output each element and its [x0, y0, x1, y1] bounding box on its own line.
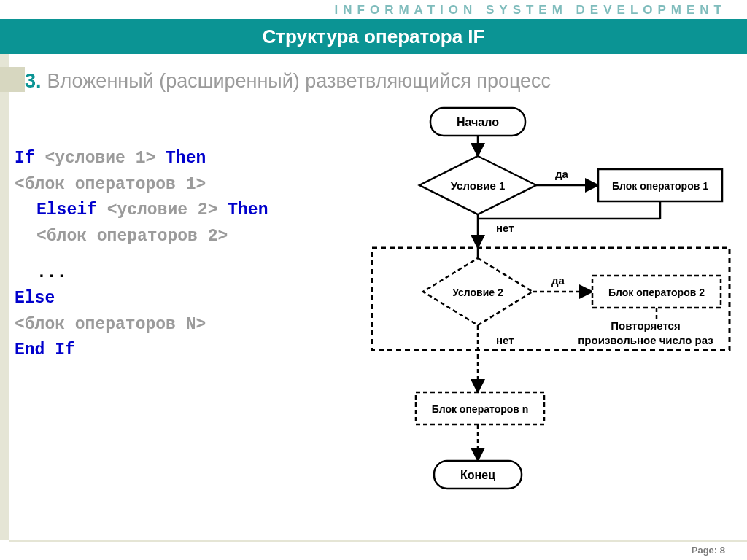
- subtitle-text: Вложенный (расширенный) разветвляющийся …: [47, 70, 551, 93]
- kw-then1: Then: [155, 149, 206, 168]
- svg-text:Блок операторов 2: Блок операторов 2: [608, 287, 705, 298]
- svg-text:Условие 2: Условие 2: [452, 287, 503, 298]
- code-line-1: If <условие 1> Then: [15, 146, 357, 172]
- kw-if: If: [15, 149, 44, 168]
- svg-text:да: да: [551, 274, 565, 287]
- bottom-rail: [9, 540, 747, 542]
- svg-text:произвольное число раз: произвольное число раз: [578, 334, 713, 346]
- code-line-3: Elseif <условие 2> Then: [15, 198, 357, 224]
- subtitle-number: 3.: [25, 70, 42, 93]
- top-tagline: INFORMATION SYSTEM DEVELOPMENT: [335, 3, 727, 18]
- code-line-7: <блок операторов N>: [15, 312, 357, 338]
- svg-text:Начало: Начало: [457, 116, 499, 128]
- code-line-4: <блок операторов 2>: [15, 224, 357, 250]
- svg-text:нет: нет: [496, 222, 514, 234]
- svg-text:Блок операторов n: Блок операторов n: [432, 403, 529, 415]
- svg-text:Повторяется: Повторяется: [611, 319, 680, 332]
- flowchart: Начало Условие 1 да Блок операторов 1 не…: [357, 102, 733, 510]
- code-line-5: ...: [15, 260, 357, 287]
- slide-subtitle: 3. Вложенный (расширенный) разветвляющий…: [25, 67, 747, 95]
- subtitle-accent: [0, 67, 25, 92]
- code-cond2: <условие 2>: [107, 201, 218, 219]
- svg-text:Блок операторов 1: Блок операторов 1: [612, 180, 708, 192]
- kw-then2: Then: [217, 201, 268, 219]
- svg-text:нет: нет: [496, 334, 514, 346]
- page-footer: Page: 8: [692, 545, 725, 556]
- code-block: If <условие 1> Then <блок операторов 1> …: [15, 146, 357, 364]
- code-line-6: Else: [15, 286, 357, 312]
- left-rail: [0, 54, 9, 540]
- svg-text:Условие 1: Условие 1: [451, 179, 506, 192]
- slide-title: Структура оператора IF: [0, 19, 747, 54]
- code-line-8: End If: [15, 338, 357, 364]
- kw-elseif: Elseif: [36, 201, 107, 219]
- svg-text:да: да: [555, 168, 569, 180]
- page-number: 8: [720, 545, 725, 556]
- page-label: Page:: [692, 545, 720, 556]
- code-cond1: <условие 1>: [44, 149, 155, 168]
- code-ellipsis: ...: [36, 263, 66, 282]
- code-block2: <блок операторов 2>: [36, 227, 228, 246]
- slide: INFORMATION SYSTEM DEVELOPMENT Структура…: [0, 0, 747, 560]
- code-line-2: <блок операторов 1>: [15, 172, 357, 198]
- svg-text:Конец: Конец: [460, 469, 495, 481]
